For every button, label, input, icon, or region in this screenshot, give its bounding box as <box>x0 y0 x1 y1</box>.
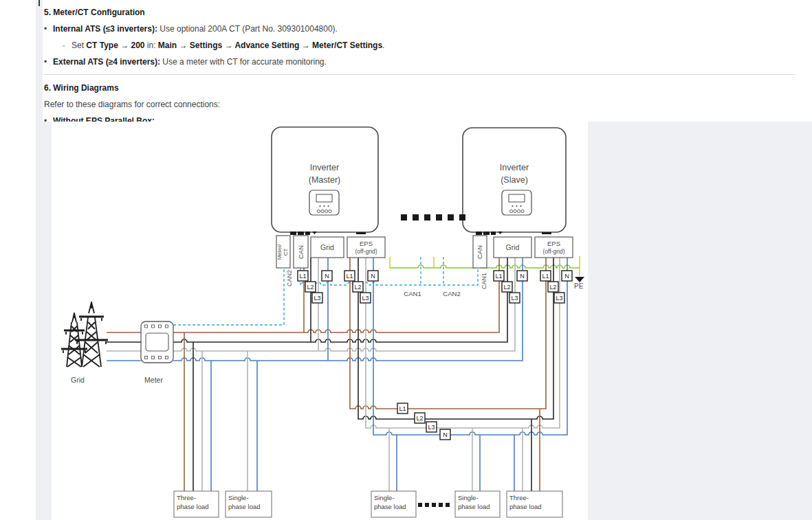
load-three-phase-right: Three- phase load <box>507 491 562 517</box>
communication-lines <box>173 257 478 325</box>
svg-text:L2: L2 <box>503 284 510 291</box>
meter-label: Meter <box>144 376 163 384</box>
bullet-internal-ats: • Internal ATS (≤3 inverters): Use optio… <box>44 24 807 34</box>
svg-text:L2: L2 <box>354 284 361 291</box>
load-single-phase-eps-1: Single- phase load <box>371 491 416 517</box>
eps-load-drops <box>389 409 540 491</box>
slave-can-label: CAN <box>476 245 483 259</box>
grid-towers-icon <box>61 302 108 367</box>
slave-grid-label: Grid <box>506 243 520 251</box>
bullet-external-ats: • External ATS (≥4 inverters): Use a met… <box>44 57 807 67</box>
slave-inverter: Inverter (Slave) <box>463 128 566 235</box>
slave-eps-label-1: EPS <box>547 240 560 247</box>
svg-text:L3: L3 <box>511 295 518 302</box>
master-eps-label-2: (off-grid) <box>355 248 377 255</box>
svg-text:N: N <box>325 273 329 280</box>
can2-stub-label: CAN2 <box>443 290 460 297</box>
slave-inverter-label-1: Inverter <box>500 163 529 172</box>
svg-text:L3: L3 <box>556 295 562 302</box>
bullet-external-ats-text: External ATS (≥4 inverters): Use a meter… <box>53 57 327 67</box>
master-can2-vertical-label: CAN2 <box>286 270 293 286</box>
master-ports: Meter/ CT CAN Grid EPS (off-grid) <box>276 236 385 268</box>
eps-bus-l2 <box>358 258 553 419</box>
load-single-phase-left: Single- phase load <box>226 491 272 517</box>
slave-eps-label-2: (off-grid) <box>543 248 565 255</box>
meter-ct-comm-line <box>173 268 284 325</box>
pe-label: PE <box>574 282 584 290</box>
svg-text:L3: L3 <box>362 295 369 302</box>
section-6-heading: 6. Wiring Diagrams <box>44 83 807 93</box>
wiring-diagram-image: PE <box>52 122 588 520</box>
svg-text:L1: L1 <box>542 273 549 280</box>
svg-text:L2: L2 <box>549 284 556 291</box>
phase-labels: L1 L2 L3 N L1 L2 L3 N L1 L2 L3 N L1 L2 L… <box>298 271 572 440</box>
svg-text:L2: L2 <box>416 415 423 422</box>
svg-text:Single-: Single- <box>228 494 249 501</box>
text-caret <box>39 0 40 6</box>
master-grid-label: Grid <box>320 243 334 251</box>
load-three-phase-left: Three- phase load <box>174 491 219 517</box>
sub-bullet-circle: ◦ <box>63 41 72 51</box>
section-6-intro: Refer to these diagrams for correct conn… <box>44 100 807 110</box>
svg-text:N: N <box>520 273 525 280</box>
diagram-panel: PE <box>43 122 812 520</box>
master-eps-label-1: EPS <box>360 240 373 247</box>
grid-load-drops <box>184 332 257 491</box>
eps-bus-l3 <box>366 258 560 428</box>
svg-text:L1: L1 <box>346 273 353 280</box>
svg-text:Three-: Three- <box>509 494 529 501</box>
svg-text:L1: L1 <box>495 273 502 280</box>
svg-text:phase load: phase load <box>458 503 490 510</box>
svg-text:Single-: Single- <box>458 494 479 501</box>
document-text: 5. Meter/CT Configuration • Internal ATS… <box>44 0 807 126</box>
sub-bullet-ct-type: ◦ Set CT Type → 200 in: Main → Settings … <box>44 41 807 51</box>
master-meter-ct-label-1: Meter/ <box>276 244 283 260</box>
svg-text:L3: L3 <box>428 424 435 431</box>
svg-text:N: N <box>564 273 569 280</box>
svg-text:N: N <box>371 273 375 280</box>
bullet-dot: • <box>44 57 53 67</box>
svg-text:Three-: Three- <box>177 494 196 501</box>
more-loads-ellipsis <box>418 503 450 507</box>
bullet-internal-ats-text: Internal ATS (≤3 inverters): Use optiona… <box>53 24 338 34</box>
svg-text:L2: L2 <box>307 284 314 291</box>
svg-text:phase load: phase load <box>509 503 541 510</box>
slave-display <box>502 190 531 215</box>
bullet-dot: • <box>44 24 53 34</box>
master-display <box>309 190 339 215</box>
svg-text:phase load: phase load <box>374 503 406 510</box>
master-can-label: CAN <box>297 245 305 259</box>
sub-bullet-ct-type-text: Set CT Type → 200 in: Main → Settings → … <box>72 41 384 51</box>
more-inverters-ellipsis <box>401 214 465 221</box>
eps-bus-l1 <box>350 258 546 409</box>
left-gutter <box>36 0 43 520</box>
svg-text:L1: L1 <box>299 273 306 280</box>
eps-bus-wires <box>350 258 567 435</box>
master-meter-ct-label-2: CT <box>283 249 289 256</box>
meter-device <box>141 321 173 363</box>
wiring-diagram: PE <box>52 122 588 520</box>
grid-source-label: Grid <box>71 376 85 384</box>
loads: Three- phase load Single- phase load Sin… <box>174 491 562 517</box>
svg-text:Single-: Single- <box>374 494 395 501</box>
slave-can1-vertical-label: CAN1 <box>481 273 487 289</box>
master-inverter: Inverter (Master) <box>272 127 378 235</box>
svg-text:phase load: phase load <box>228 503 260 510</box>
bus-l2 <box>173 258 507 342</box>
master-inverter-label-2: (Master) <box>309 175 341 185</box>
can1-stub-label: CAN1 <box>404 290 421 297</box>
slave-inverter-label-2: (Slave) <box>501 175 528 185</box>
earth-ground-icon <box>575 277 584 282</box>
master-inverter-label-1: Inverter <box>310 163 339 172</box>
grid-to-meter-wires <box>107 332 141 361</box>
section-divider <box>44 74 795 75</box>
svg-text:L1: L1 <box>399 405 406 412</box>
svg-text:phase load: phase load <box>177 503 208 510</box>
section-5-heading: 5. Meter/CT Configuration <box>44 8 807 18</box>
svg-text:L3: L3 <box>314 295 320 302</box>
svg-text:N: N <box>443 431 448 438</box>
load-single-phase-eps-2: Single- phase load <box>455 491 500 517</box>
